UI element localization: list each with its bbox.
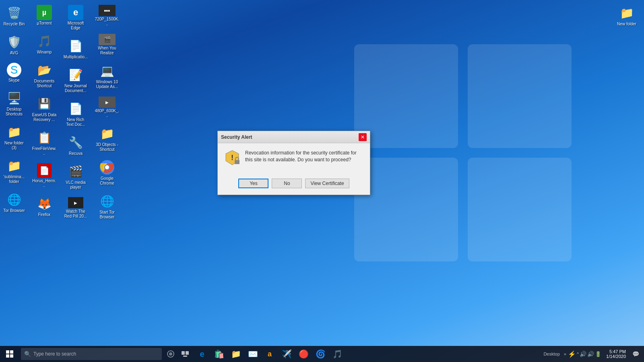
dialog-buttons: Yes No View Certificate	[218, 175, 370, 195]
desktop: 🗑️ Recycle Bin 🛡️ AVG S Skype 🖥️ Desktop…	[0, 0, 644, 362]
dialog-title: Security Alert	[221, 134, 252, 140]
dialog-yes-button[interactable]: Yes	[238, 179, 268, 188]
dialog-close-button[interactable]: ✕	[359, 133, 367, 141]
svg-text:!: !	[231, 154, 233, 162]
dialog-no-button[interactable]: No	[272, 179, 302, 188]
dialog-content: ! Revocation information for the securit…	[218, 143, 370, 175]
svg-rect-11	[235, 160, 239, 164]
dialog-titlebar: Security Alert ✕	[218, 131, 370, 143]
security-alert-dialog: Security Alert ✕ ! Revocation informatio…	[217, 131, 370, 195]
dialog-message: Revocation information for the security …	[245, 150, 363, 163]
dialog-warning-icon: !	[224, 150, 240, 169]
dialog-view-certificate-button[interactable]: View Certificate	[305, 179, 349, 188]
dialog-overlay: Security Alert ✕ ! Revocation informatio…	[0, 0, 644, 362]
